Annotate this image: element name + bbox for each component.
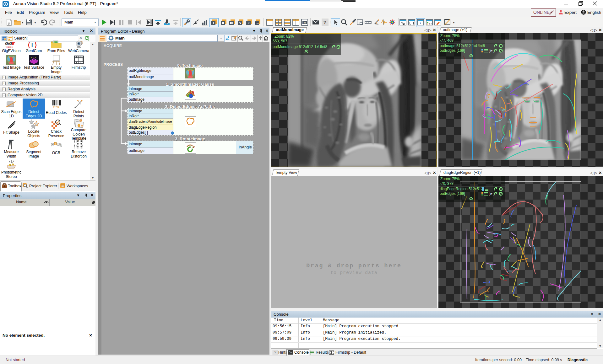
svg-text:⟨: ⟨ bbox=[28, 41, 30, 48]
svg-text:⟩: ⟩ bbox=[35, 41, 37, 48]
svg-text:GiG: GiG bbox=[5, 41, 12, 46]
svg-text:I: I bbox=[31, 42, 33, 48]
svg-text:VISION: VISION bbox=[6, 46, 14, 48]
svg-text:i: i bbox=[420, 21, 421, 25]
svg-text:HMI: HMI bbox=[256, 22, 259, 24]
svg-text:21754: 21754 bbox=[53, 106, 59, 108]
svg-text:HMI: HMI bbox=[303, 22, 306, 24]
svg-text:E: E bbox=[12, 41, 15, 46]
svg-text:1 2: 1 2 bbox=[429, 23, 432, 25]
svg-text:A C F: A C F bbox=[31, 56, 36, 58]
